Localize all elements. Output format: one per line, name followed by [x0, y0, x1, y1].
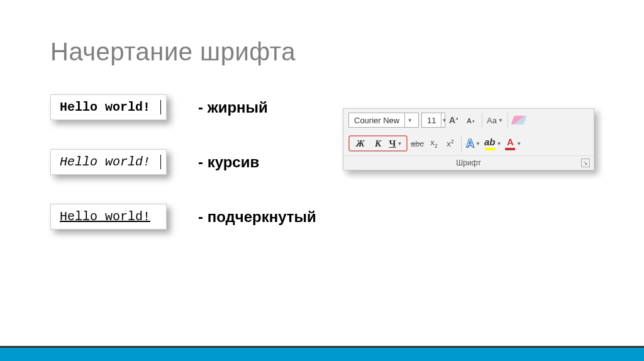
chevron-down-icon[interactable]: ▼: [404, 113, 414, 127]
shrink-font-button[interactable]: A▾: [464, 113, 478, 128]
text-effects-button[interactable]: A ▼: [465, 136, 481, 151]
separator: [482, 113, 482, 128]
chevron-down-icon[interactable]: ▼: [441, 113, 447, 127]
separator: [461, 135, 462, 152]
chevron-down-icon: ▼: [475, 141, 480, 147]
subscript-button[interactable]: x2: [427, 136, 441, 151]
sample-bold: Hello world!: [50, 94, 167, 120]
svg-text:▴: ▴: [456, 116, 458, 120]
example-row-italic: Hello world! - курсив: [50, 149, 316, 175]
slide-title: Начертание шрифта: [50, 38, 296, 66]
dialog-launcher-button[interactable]: ↘: [581, 158, 590, 167]
chevron-down-icon: ▼: [397, 141, 402, 147]
style-buttons-highlight: Ж К Ч▼: [348, 135, 408, 152]
font-name-value: Courier New: [349, 116, 404, 125]
example-row-bold: Hello world! - жирный: [50, 94, 316, 120]
font-size-combo[interactable]: 11 ▼: [421, 113, 445, 128]
svg-text:▾: ▾: [472, 119, 475, 123]
sample-italic: Hello world!: [50, 149, 167, 175]
subscript-icon: x2: [430, 138, 438, 149]
change-case-button[interactable]: Aa ▼: [486, 113, 504, 128]
superscript-button[interactable]: x2: [443, 136, 457, 151]
label-underline: - подчеркнутый: [198, 208, 316, 226]
bold-button[interactable]: Ж: [352, 136, 369, 150]
font-color-button[interactable]: A ▼: [504, 136, 522, 151]
italic-button[interactable]: К: [370, 136, 386, 150]
strikethrough-button[interactable]: abc: [410, 136, 425, 151]
text-effects-icon: A: [466, 137, 474, 150]
font-size-value: 11: [422, 116, 441, 125]
ribbon-row-top: Courier New ▼ 11 ▼ A▴ A▾ Aa ▼: [343, 109, 594, 131]
highlight-underline: [485, 148, 495, 150]
ribbon-group-footer: Шрифт ↘: [343, 155, 594, 170]
strikethrough-icon: abc: [411, 139, 424, 148]
separator: [508, 113, 508, 128]
font-color-underline: [505, 148, 515, 150]
chevron-down-icon: ▼: [496, 141, 501, 147]
grow-font-button[interactable]: A▴: [448, 113, 462, 128]
change-case-icon: Aa: [487, 116, 497, 125]
example-row-underline: Hello world! - подчеркнутый: [50, 204, 316, 230]
sample-underline: Hello world!: [50, 204, 167, 230]
chevron-down-icon: ▼: [516, 141, 521, 147]
superscript-icon: x2: [447, 138, 454, 148]
slide-bottom-bar: [0, 346, 644, 361]
examples-area: Hello world! - жирный Hello world! - кур…: [50, 94, 316, 258]
label-italic: - курсив: [198, 153, 259, 171]
clear-formatting-button[interactable]: [512, 113, 526, 128]
highlight-color-button[interactable]: ab ▼: [484, 136, 502, 151]
svg-text:A: A: [467, 117, 472, 125]
font-name-combo[interactable]: Courier New ▼: [348, 113, 419, 128]
font-color-icon: A: [507, 136, 514, 147]
ribbon-row-bottom: Ж К Ч▼ abc x2 x2 A ▼ ab ▼ A: [343, 131, 594, 155]
ribbon-font-group: Courier New ▼ 11 ▼ A▴ A▾ Aa ▼ Ж К Ч▼ abc: [343, 108, 594, 170]
svg-text:A: A: [449, 115, 455, 125]
ribbon-group-label: Шрифт: [456, 158, 480, 167]
underline-button[interactable]: Ч▼: [387, 136, 404, 150]
chevron-down-icon: ▼: [498, 118, 503, 123]
label-bold: - жирный: [198, 99, 268, 116]
eraser-icon: [511, 116, 526, 125]
highlight-icon: ab: [484, 136, 496, 147]
